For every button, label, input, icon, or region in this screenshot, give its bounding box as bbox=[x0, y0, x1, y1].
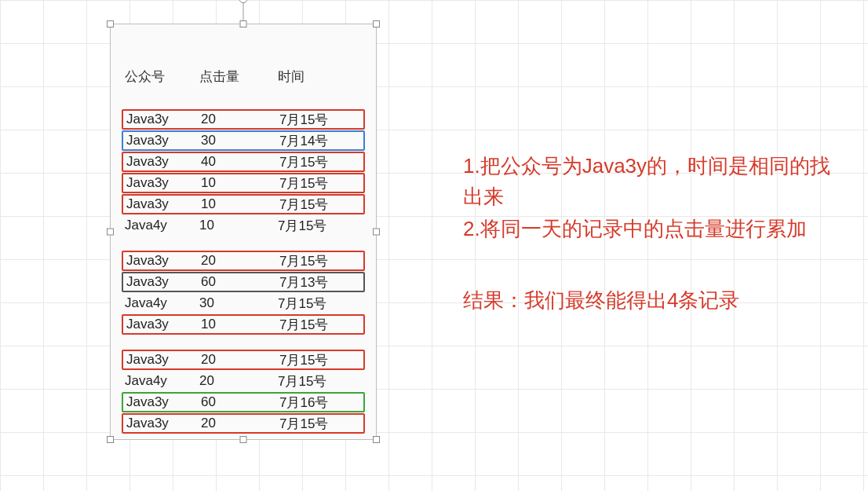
cell-clicks: 20 bbox=[201, 253, 279, 269]
cell-clicks: 20 bbox=[201, 416, 279, 431]
cell-time: 7月15号 bbox=[279, 415, 360, 433]
resize-handle-bm[interactable] bbox=[240, 436, 247, 443]
table-row: Java3y207月15号 bbox=[122, 251, 365, 271]
cell-clicks: 30 bbox=[199, 295, 278, 311]
cell-time: 7月13号 bbox=[279, 273, 360, 291]
cell-account: Java3y bbox=[126, 317, 201, 332]
cell-clicks: 40 bbox=[201, 154, 279, 170]
cell-clicks: 60 bbox=[201, 394, 279, 410]
cell-account: Java3y bbox=[126, 274, 201, 290]
table-row: Java4y207月15号 bbox=[122, 371, 365, 391]
cell-clicks: 60 bbox=[201, 274, 279, 290]
table-row: Java3y607月13号 bbox=[122, 272, 365, 292]
table-headers: 公众号 点击量 时间 bbox=[125, 68, 362, 86]
cell-time: 7月15号 bbox=[279, 252, 360, 270]
cell-account: Java3y bbox=[126, 112, 201, 127]
resize-handle-bl[interactable] bbox=[107, 436, 114, 443]
cell-time: 7月15号 bbox=[279, 153, 360, 171]
resize-handle-tm[interactable] bbox=[240, 20, 247, 27]
data-table-shape[interactable]: 公众号 点击量 时间 Java3y207月15号Java3y307月14号Jav… bbox=[110, 24, 377, 440]
table-row: Java3y307月14号 bbox=[122, 130, 365, 151]
cell-account: Java3y bbox=[126, 253, 201, 269]
rotate-connector bbox=[243, 1, 244, 20]
table-row: Java4y307月15号 bbox=[122, 293, 365, 313]
header-account: 公众号 bbox=[125, 68, 199, 86]
cell-account: Java3y bbox=[126, 394, 201, 410]
annotation-line-2: 2.将同一天的记录中的点击量进行累加 bbox=[463, 214, 840, 244]
cell-account: Java4y bbox=[125, 373, 199, 389]
annotation-result: 结果：我们最终能得出4条记录 bbox=[463, 285, 840, 316]
cell-time: 7月15号 bbox=[278, 372, 362, 390]
header-clicks: 点击量 bbox=[199, 68, 278, 86]
cell-account: Java3y bbox=[126, 196, 201, 212]
table-row: Java3y107月15号 bbox=[122, 173, 365, 193]
cell-clicks: 20 bbox=[201, 112, 279, 127]
cell-clicks: 10 bbox=[201, 196, 279, 212]
resize-handle-tl[interactable] bbox=[107, 20, 114, 27]
cell-clicks: 10 bbox=[199, 218, 278, 233]
table-row: Java4y107月15号 bbox=[122, 215, 365, 236]
cell-time: 7月16号 bbox=[279, 394, 360, 412]
cell-time: 7月15号 bbox=[279, 174, 360, 192]
cell-account: Java3y bbox=[126, 133, 201, 148]
group-gap bbox=[122, 236, 365, 251]
cell-clicks: 20 bbox=[199, 373, 278, 389]
cell-clicks: 20 bbox=[201, 352, 279, 368]
annotation-text: 1.把公众号为Java3y的，时间是相同的找出来 2.将同一天的记录中的点击量进… bbox=[463, 151, 840, 317]
table-row: Java3y207月15号 bbox=[122, 413, 365, 434]
cell-time: 7月15号 bbox=[279, 316, 360, 334]
cell-account: Java3y bbox=[126, 416, 201, 431]
table-row: Java3y607月16号 bbox=[122, 392, 365, 412]
cell-time: 7月15号 bbox=[278, 217, 362, 235]
resize-handle-tr[interactable] bbox=[373, 20, 380, 27]
cell-time: 7月14号 bbox=[279, 132, 360, 150]
table-row: Java3y107月15号 bbox=[122, 194, 365, 214]
table-row: Java3y207月15号 bbox=[122, 109, 365, 130]
table-row: Java3y207月15号 bbox=[122, 350, 365, 370]
cell-time: 7月15号 bbox=[279, 111, 360, 129]
cell-clicks: 10 bbox=[201, 317, 279, 332]
cell-account: Java3y bbox=[126, 175, 201, 191]
cell-time: 7月15号 bbox=[279, 196, 360, 214]
table-body: Java3y207月15号Java3y307月14号Java3y407月15号J… bbox=[122, 109, 365, 434]
cell-account: Java4y bbox=[125, 218, 199, 233]
annotation-line-1: 1.把公众号为Java3y的，时间是相同的找出来 bbox=[463, 151, 840, 212]
resize-handle-br[interactable] bbox=[373, 436, 380, 443]
table-row: Java3y107月15号 bbox=[122, 314, 365, 335]
group-gap bbox=[122, 335, 365, 350]
header-time: 时间 bbox=[278, 68, 362, 86]
cell-clicks: 30 bbox=[201, 133, 279, 148]
cell-account: Java4y bbox=[125, 295, 199, 311]
cell-account: Java3y bbox=[126, 352, 201, 368]
resize-handle-ml[interactable] bbox=[107, 229, 114, 236]
cell-clicks: 10 bbox=[201, 175, 279, 191]
resize-handle-mr[interactable] bbox=[373, 229, 380, 236]
cell-account: Java3y bbox=[126, 154, 201, 170]
cell-time: 7月15号 bbox=[278, 295, 362, 313]
cell-time: 7月15号 bbox=[279, 351, 360, 369]
table-row: Java3y407月15号 bbox=[122, 152, 365, 172]
